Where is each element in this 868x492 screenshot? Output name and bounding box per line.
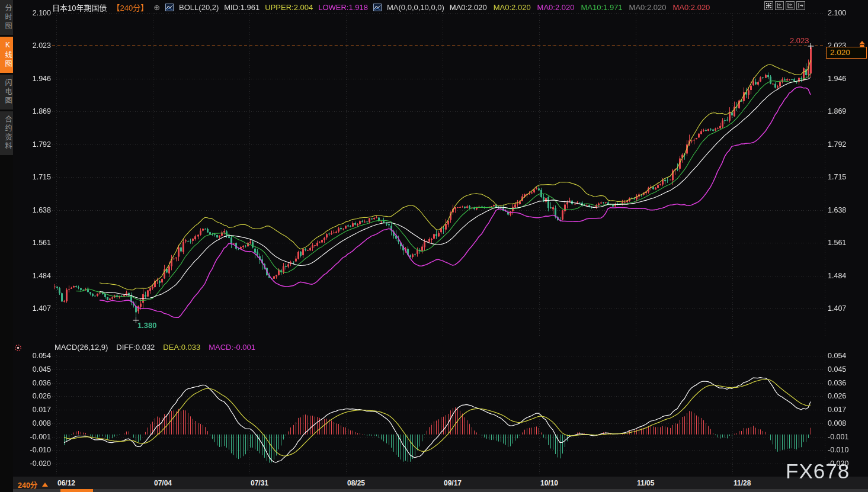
price-tick-label: 1.407 <box>18 304 51 313</box>
price-tick-label: 1.561 <box>18 239 51 247</box>
link-icon[interactable]: ⊕ <box>153 3 160 12</box>
price-tick-label: 1.946 <box>828 75 846 83</box>
macd-tick-label: 0.045 <box>18 365 51 374</box>
zoom-axis-right-icon[interactable] <box>786 1 795 10</box>
boll-upper-value: UPPER:2.004 <box>265 3 313 12</box>
macd-tick-label: 0.045 <box>828 365 846 374</box>
period-badge[interactable]: 【240分】 <box>112 2 148 13</box>
price-tick-label: 1.638 <box>18 206 51 214</box>
ma-legend-value: MA10:1.971 <box>581 3 622 12</box>
macd-tick-label: -0.001 <box>18 433 51 441</box>
macd-dea-value: DEA:0.033 <box>163 343 200 352</box>
ma-legend-value: MA0:2.020 <box>672 3 710 12</box>
price-tick-label: 1.407 <box>828 304 846 313</box>
trading-app: 分时图K线图闪电图合约资料 日本10年期国债 【240分】 ⊕ BOLL(20,… <box>0 0 868 492</box>
price-tick-label: 1.792 <box>18 140 51 149</box>
ma-indicator-icon[interactable] <box>373 4 382 11</box>
macd-tick-label: 0.036 <box>828 379 846 387</box>
price-tick-label: 1.792 <box>828 140 846 149</box>
price-tick-label: 1.946 <box>18 75 51 83</box>
low-price-label: 1.380 <box>137 321 157 330</box>
macd-tick-label: 0.026 <box>18 392 51 400</box>
chart-toolbar <box>764 1 805 10</box>
macd-tick-label: -0.010 <box>18 446 51 454</box>
sidebar-tab-分时图[interactable]: 分时图 <box>0 0 13 35</box>
high-price-label: 2.023 <box>790 36 809 45</box>
macd-tick-label: 0.054 <box>828 352 846 360</box>
sidebar-tab-闪电图[interactable]: 闪电图 <box>0 75 13 110</box>
sidebar-tab-K线图[interactable]: K线图 <box>0 37 13 73</box>
sidebar: 分时图K线图闪电图合约资料 <box>0 0 13 492</box>
price-tick-label: 2.023 <box>18 41 51 50</box>
macd-diff-value: DIFF:0.032 <box>116 343 155 352</box>
price-tick-label: 1.715 <box>18 173 51 181</box>
price-tick-label: 1.869 <box>828 107 846 115</box>
move-crosshair-icon[interactable] <box>764 1 773 10</box>
macd-label: MACD(26,12,9) <box>55 343 108 352</box>
macd-tick-label: -0.020 <box>18 459 51 468</box>
ma-legend: MA0:2.020MA0:2.020MA0:2.020MA10:1.971MA0… <box>450 3 710 12</box>
sidebar-tabs: 分时图K线图闪电图合约资料 <box>0 0 13 155</box>
price-tick-label: 1.715 <box>828 173 846 181</box>
price-tick-label: 2.100 <box>828 9 846 17</box>
macd-tick-label: 0.026 <box>828 392 846 400</box>
ma-legend-value: MA0:2.020 <box>537 3 575 12</box>
zoom-axis-left-icon[interactable] <box>775 1 784 10</box>
sidebar-tab-合约资料[interactable]: 合约资料 <box>0 111 13 155</box>
boll-mid-value: MID:1.961 <box>224 3 260 12</box>
macd-tick-label: -0.010 <box>828 446 848 454</box>
price-tick-label: 1.638 <box>828 206 846 214</box>
ma-legend-value: MA0:2.020 <box>494 3 531 12</box>
boll-label: BOLL(20,2) <box>179 3 219 12</box>
price-tick-label: 2.100 <box>18 9 51 17</box>
price-tick-label: 1.561 <box>828 239 846 247</box>
macd-tick-label: 0.054 <box>18 352 51 360</box>
ma-legend-value: MA0:2.020 <box>450 3 487 12</box>
boll-lower-value: LOWER:1.918 <box>318 3 368 12</box>
watermark: FX678 <box>786 459 850 483</box>
macd-tick-label: 0.008 <box>828 419 846 427</box>
scroll-to-latest-icon[interactable] <box>858 40 866 51</box>
macd-tick-label: 0.017 <box>828 406 846 414</box>
instrument-title: 日本10年期国债 <box>52 2 107 13</box>
price-tick-label: 1.484 <box>18 272 51 280</box>
price-tick-label: 1.869 <box>18 107 51 115</box>
ma-settings-label: MA(0,0,0,10,0,0) <box>387 3 444 12</box>
pan-right-icon[interactable] <box>796 1 805 10</box>
macd-tick-label: 0.017 <box>18 406 51 414</box>
ma-legend-value: MA0:2.020 <box>629 3 667 12</box>
macd-tick-label: 0.036 <box>18 379 51 387</box>
chart-canvas[interactable] <box>0 0 868 492</box>
macd-header: MACD(26,12,9) DIFF:0.032 DEA:0.033 MACD:… <box>55 343 255 352</box>
macd-settings-icon[interactable] <box>14 343 22 354</box>
macd-tick-label: -0.001 <box>828 433 848 441</box>
price-tick-label: 1.484 <box>828 272 846 280</box>
boll-indicator-icon[interactable] <box>165 4 174 11</box>
macd-macd-value: MACD:-0.001 <box>209 343 255 352</box>
macd-tick-label: 0.008 <box>18 419 51 427</box>
chart-header: 日本10年期国债 【240分】 ⊕ BOLL(20,2) MID:1.961 U… <box>52 2 710 12</box>
